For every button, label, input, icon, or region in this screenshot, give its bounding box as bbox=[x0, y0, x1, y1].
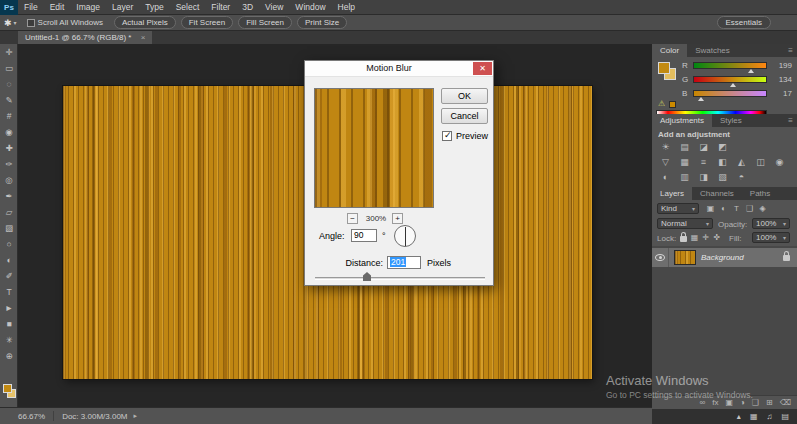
close-tab-icon[interactable]: × bbox=[141, 33, 146, 42]
history-brush-tool-icon[interactable]: ✒ bbox=[0, 188, 18, 204]
lock-transparency-icon[interactable]: ▦ bbox=[689, 233, 700, 245]
adjustment-layer-icon[interactable]: ◑ bbox=[740, 396, 745, 409]
photo-filter-icon[interactable]: ◭ bbox=[732, 156, 751, 169]
document-size-info[interactable]: Doc: 3.00M/3.00M bbox=[62, 412, 127, 421]
new-layer-icon[interactable]: ⊞ bbox=[766, 396, 773, 409]
gamut-warning-icon[interactable]: ⚠ bbox=[658, 99, 665, 108]
hue-saturation-icon[interactable]: ▦ bbox=[675, 156, 694, 169]
selective-color-icon[interactable]: ◓ bbox=[732, 171, 751, 184]
filter-type-layers-icon[interactable]: T bbox=[730, 203, 743, 214]
gamut-warning-swatch[interactable] bbox=[669, 101, 676, 108]
menu-item[interactable]: View bbox=[259, 0, 289, 15]
filter-smart-objects-icon[interactable]: ◈ bbox=[756, 203, 769, 214]
gradient-tool-icon[interactable]: ▨ bbox=[0, 220, 18, 236]
close-icon[interactable]: ✕ bbox=[473, 62, 492, 75]
green-slider-handle[interactable] bbox=[730, 83, 736, 87]
menu-item[interactable]: Image bbox=[70, 0, 106, 15]
blue-slider[interactable] bbox=[693, 90, 767, 97]
healing-brush-tool-icon[interactable]: ✚ bbox=[0, 140, 18, 156]
fill-dropdown[interactable]: 100% ▾ bbox=[752, 232, 790, 243]
menu-item[interactable]: Layer bbox=[106, 0, 139, 15]
delete-layer-icon[interactable]: ⌫ bbox=[780, 396, 791, 409]
layer-group-icon[interactable]: ❑ bbox=[752, 396, 759, 409]
tab-adjustments[interactable]: Adjustments bbox=[652, 114, 712, 127]
menu-item[interactable]: Help bbox=[332, 0, 361, 15]
menu-item[interactable]: Filter bbox=[205, 0, 236, 15]
distance-slider-handle[interactable] bbox=[363, 272, 371, 281]
menu-item[interactable]: Edit bbox=[44, 0, 71, 15]
invert-icon[interactable]: ◐ bbox=[656, 171, 675, 184]
angle-input[interactable]: 90 bbox=[351, 229, 377, 242]
filter-shape-layers-icon[interactable]: ❑ bbox=[743, 203, 756, 214]
shape-tool-icon[interactable]: ■ bbox=[0, 316, 18, 332]
zoom-level-field[interactable]: 66.67% bbox=[18, 412, 45, 421]
view-button[interactable]: Fit Screen bbox=[181, 16, 233, 29]
vibrance-icon[interactable]: ▽ bbox=[656, 156, 675, 169]
view-button[interactable]: Print Size bbox=[297, 16, 347, 29]
view-button[interactable]: Actual Pixels bbox=[114, 16, 176, 29]
filter-pixel-layers-icon[interactable]: ▣ bbox=[704, 203, 717, 214]
foreground-color-swatch[interactable] bbox=[3, 384, 12, 393]
lasso-tool-icon[interactable]: ◌ bbox=[0, 76, 18, 92]
pen-tool-icon[interactable]: ✐ bbox=[0, 268, 18, 284]
quick-selection-tool-icon[interactable]: ✎ bbox=[0, 92, 18, 108]
preview-checkbox[interactable]: ✓ bbox=[442, 131, 452, 141]
menu-item[interactable]: 3D bbox=[236, 0, 259, 15]
tab-layers[interactable]: Layers bbox=[652, 187, 692, 200]
color-balance-icon[interactable]: ≡ bbox=[694, 156, 713, 169]
clone-stamp-tool-icon[interactable]: ◎ bbox=[0, 172, 18, 188]
gradient-map-icon[interactable]: ▧ bbox=[713, 171, 732, 184]
panel-menu-icon[interactable]: ≡ bbox=[788, 44, 797, 57]
opacity-dropdown[interactable]: 100% ▾ bbox=[752, 218, 790, 229]
preview-zoom-out-button[interactable]: − bbox=[347, 213, 358, 224]
status-options-arrow-icon[interactable]: ▸ bbox=[134, 412, 138, 420]
distance-slider-track[interactable] bbox=[315, 277, 485, 279]
green-value[interactable]: 134 bbox=[779, 75, 792, 84]
dialog-title-bar[interactable]: Motion Blur ✕ bbox=[305, 61, 493, 77]
menu-item[interactable]: Window bbox=[289, 0, 331, 15]
zoom-tool-icon[interactable]: ⊕ bbox=[0, 348, 18, 364]
layer-thumbnail[interactable] bbox=[674, 250, 696, 265]
threshold-icon[interactable]: ◨ bbox=[694, 171, 713, 184]
scroll-all-windows-checkbox[interactable] bbox=[27, 19, 35, 27]
lock-pixels-icon[interactable]: ✛ bbox=[700, 233, 711, 245]
black-white-icon[interactable]: ◧ bbox=[713, 156, 732, 169]
menu-item[interactable]: Select bbox=[170, 0, 206, 15]
marquee-tool-icon[interactable]: ▭ bbox=[0, 60, 18, 76]
red-slider[interactable] bbox=[693, 62, 767, 69]
type-tool-icon[interactable]: T bbox=[0, 284, 18, 300]
eraser-tool-icon[interactable]: ▱ bbox=[0, 204, 18, 220]
ok-button[interactable]: OK bbox=[441, 88, 488, 104]
tab-channels[interactable]: Channels bbox=[692, 187, 742, 200]
color-lookup-icon[interactable]: ◉ bbox=[770, 156, 789, 169]
filter-adjustment-layers-icon[interactable]: ◐ bbox=[717, 203, 730, 214]
blue-slider-handle[interactable] bbox=[698, 97, 704, 101]
blur-preview[interactable] bbox=[314, 88, 434, 208]
tab-color[interactable]: Color bbox=[652, 44, 687, 57]
eyedropper-tool-icon[interactable]: ◉ bbox=[0, 124, 18, 140]
tray-network-icon[interactable]: ▦ bbox=[750, 412, 758, 421]
blend-mode-dropdown[interactable]: Normal ▾ bbox=[657, 218, 713, 229]
levels-icon[interactable]: ▤ bbox=[675, 141, 694, 154]
posterize-icon[interactable]: ▥ bbox=[675, 171, 694, 184]
document-tab[interactable]: Untitled-1 @ 66.7% (RGB/8) * × bbox=[18, 31, 152, 44]
hand-tool-preset-icon[interactable]: ✱ bbox=[4, 18, 12, 28]
crop-tool-icon[interactable]: # bbox=[0, 108, 18, 124]
view-button[interactable]: Fill Screen bbox=[238, 16, 292, 29]
tab-swatches[interactable]: Swatches bbox=[687, 44, 738, 57]
panel-menu-icon[interactable]: ≡ bbox=[788, 114, 797, 127]
hand-tool-icon[interactable]: ✳ bbox=[0, 332, 18, 348]
preview-zoom-in-button[interactable]: + bbox=[392, 213, 403, 224]
menu-item[interactable]: Type bbox=[139, 0, 169, 15]
curves-icon[interactable]: ◪ bbox=[694, 141, 713, 154]
tray-notification-icon[interactable]: ▤ bbox=[781, 412, 789, 421]
dodge-tool-icon[interactable]: ◐ bbox=[0, 252, 18, 268]
blur-tool-icon[interactable]: ○ bbox=[0, 236, 18, 252]
angle-dial[interactable] bbox=[394, 225, 416, 247]
layer-row-background[interactable]: Background bbox=[652, 248, 797, 267]
brush-tool-icon[interactable]: ✑ bbox=[0, 156, 18, 172]
foreground-color-well[interactable] bbox=[658, 62, 670, 74]
path-select-tool-icon[interactable]: ► bbox=[0, 300, 18, 316]
red-slider-handle[interactable] bbox=[748, 69, 754, 73]
green-slider[interactable] bbox=[693, 76, 767, 83]
